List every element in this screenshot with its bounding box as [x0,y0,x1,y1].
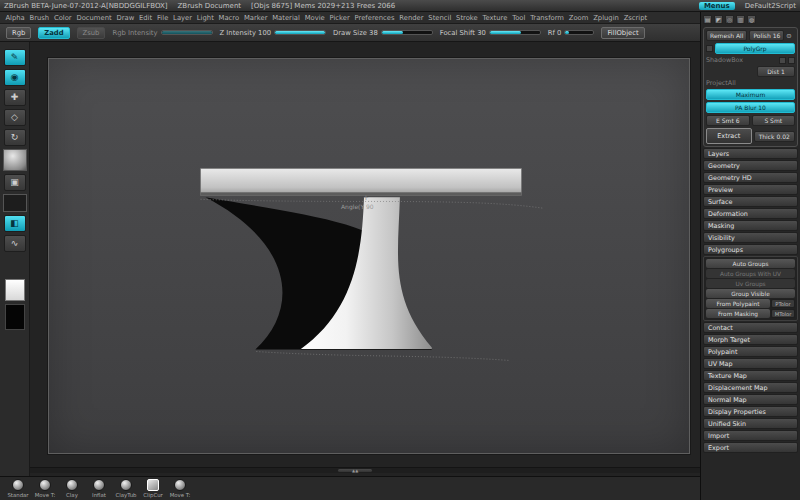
section-masking[interactable]: Masking [703,220,798,231]
section-contact[interactable]: Contact [703,322,798,333]
remesh-all-button[interactable]: Remesh All [706,30,747,41]
uv-groups-button[interactable]: Uv Groups [706,279,795,288]
section-layers[interactable]: Layers [703,148,798,159]
panel-icon-5[interactable]: ◍ [747,15,756,24]
z-intensity-slider[interactable] [274,30,326,35]
brush-thumbnail[interactable]: ClayTub [114,479,138,498]
polygrp-mini-toggle[interactable] [706,45,713,52]
e-smt-slider[interactable]: E Smt 6 [706,115,750,126]
s-smt-slider[interactable]: S Smt [752,115,796,126]
section-visibility[interactable]: Visibility [703,232,798,243]
ptolerance-slider[interactable]: PTolor [771,299,795,308]
brush-thumbnail[interactable]: Inflat [87,479,111,498]
edit-mode-button[interactable]: ✎ [4,49,26,66]
canvas-area[interactable]: + Angle(Y 90 ▲▲ [30,42,700,476]
polish-curve-icon[interactable]: ⊙ [786,32,791,40]
menu-item-zscript[interactable]: Zscript [621,14,649,22]
mtolerance-slider[interactable]: MTolor [771,309,795,318]
section-texture-map[interactable]: Texture Map [703,370,798,381]
menus-toggle-button[interactable]: Menus [699,2,735,10]
menu-item-picker[interactable]: Picker [327,14,352,22]
menu-item-color[interactable]: Color [52,14,75,22]
texture-thumbnail[interactable] [3,194,27,212]
section-surface[interactable]: Surface [703,196,798,207]
draw-size-slider[interactable] [381,30,433,35]
menu-item-document[interactable]: Document [74,14,114,22]
zadd-button[interactable]: Zadd [38,27,69,39]
deformation-button[interactable]: ▣ [4,174,26,191]
rgb-button[interactable]: Rgb [6,27,31,39]
section-displacement-map[interactable]: Displacement Map [703,382,798,393]
menu-item-preferences[interactable]: Preferences [352,14,397,22]
section-export[interactable]: Export [703,442,798,453]
extract-button[interactable]: Extract [706,128,752,144]
group-visible-button[interactable]: Group Visible [706,289,795,298]
section-display-properties[interactable]: Display Properties [703,406,798,417]
scale-mode-button[interactable]: ◇ [4,109,26,126]
stroke-button[interactable]: ∿ [4,235,26,252]
shadowbox-res-toggle[interactable] [779,57,786,64]
section-import[interactable]: Import [703,430,798,441]
menu-item-texture[interactable]: Texture [480,14,510,22]
section-uv-map[interactable]: UV Map [703,358,798,369]
material-thumbnail[interactable] [3,149,27,171]
zbrush-document[interactable]: + Angle(Y 90 [48,58,690,454]
section-unified-skin[interactable]: Unified Skin [703,418,798,429]
fill-object-button[interactable]: FillObject [601,27,644,39]
dist-slider[interactable]: Dist 1 [757,66,795,77]
menu-item-draw[interactable]: Draw [114,14,137,22]
menu-item-stencil[interactable]: Stencil [426,14,454,22]
menu-item-layer[interactable]: Layer [171,14,195,22]
panel-icon-1[interactable]: ▤ [703,15,712,24]
shadowbox-label[interactable]: ShadowBox [706,56,743,64]
section-normal-map[interactable]: Normal Map [703,394,798,405]
panel-icon-3[interactable]: ◎ [725,15,734,24]
menu-item-movie[interactable]: Movie [302,14,327,22]
focal-shift-slider[interactable] [489,30,541,35]
rotate-mode-button[interactable]: ↻ [4,129,26,146]
shadowbox-fade-toggle[interactable] [788,57,795,64]
menu-item-render[interactable]: Render [397,14,426,22]
scrollbar-handle[interactable]: ▲▲ [338,469,372,472]
section-preview[interactable]: Preview [703,184,798,195]
menu-item-macro[interactable]: Macro [216,14,241,22]
projectall-label[interactable]: ProjectAll [706,79,736,87]
thick-slider[interactable]: Thick 0.02 [754,131,795,142]
maximum-button[interactable]: Maximum [706,89,795,100]
menu-item-zoom[interactable]: Zoom [566,14,590,22]
pa-blur-slider[interactable]: PA Blur 10 [706,102,795,113]
section-geometry[interactable]: Geometry [703,160,798,171]
menu-item-marker[interactable]: Marker [242,14,270,22]
polish-slider[interactable]: Polish 16 [749,30,784,41]
menu-item-file[interactable]: File [155,14,171,22]
brush-thumbnail[interactable]: Move T: [33,479,57,498]
section-morph-target[interactable]: Morph Target [703,334,798,345]
menu-item-edit[interactable]: Edit [137,14,155,22]
brush-thumbnail-selected[interactable]: ClipCur [141,479,165,498]
menu-item-brush[interactable]: Brush [27,14,51,22]
script-label[interactable]: DeFault2Script [745,2,796,10]
panel-icon-2[interactable]: ◩ [714,15,723,24]
menu-item-transform[interactable]: Transform [528,14,567,22]
menu-item-light[interactable]: Light [194,14,216,22]
brush-thumbnail[interactable]: Standar [6,479,30,498]
menu-item-material[interactable]: Material [270,14,302,22]
panel-icon-4[interactable]: ▥ [736,15,745,24]
rf-slider[interactable] [564,30,594,35]
section-geometry-hd[interactable]: Geometry HD [703,172,798,183]
section-polypaint[interactable]: Polypaint [703,346,798,357]
color-sample-button[interactable]: ◧ [4,215,26,232]
brush-thumbnail[interactable]: Clay [60,479,84,498]
auto-groups-button[interactable]: Auto Groups [706,259,795,268]
from-masking-button[interactable]: From Masking [706,309,770,318]
polygrp-button[interactable]: PolyGrp [715,43,795,54]
canvas-horizontal-scrollbar[interactable]: ▲▲ [30,467,700,473]
auto-groups-with-uv-button[interactable]: Auto Groups With UV [706,269,795,278]
menu-item-stroke[interactable]: Stroke [454,14,480,22]
rgb-intensity-slider[interactable] [161,30,213,35]
move-mode-button[interactable]: ✚ [4,89,26,106]
brush-thumbnail[interactable]: Move T: [168,479,192,498]
menu-item-alpha[interactable]: Alpha [3,14,27,22]
zsub-button[interactable]: Zsub [77,27,106,39]
secondary-color-swatch[interactable] [5,304,25,330]
